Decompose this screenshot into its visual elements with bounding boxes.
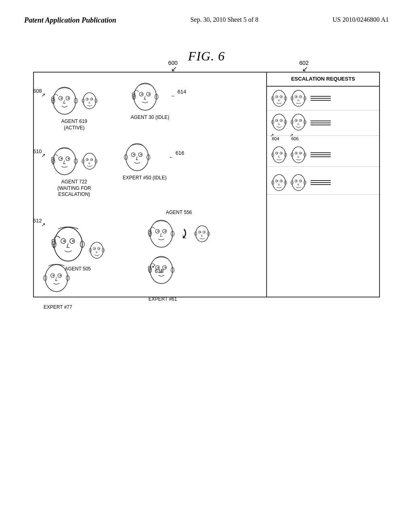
svg-point-29: [92, 159, 92, 160]
agent505-group: 612 ↗: [38, 218, 106, 272]
svg-point-50: [52, 275, 54, 276]
svg-point-17: [59, 157, 63, 161]
svg-point-82: [200, 232, 200, 233]
page-header: Patent Application Publication Sep. 30, …: [0, 0, 413, 33]
svg-point-107: [300, 96, 301, 97]
agent556-face-large: [147, 218, 176, 250]
ref-label-spacer: [267, 136, 379, 143]
svg-point-103: [292, 90, 305, 106]
ref-614-arrow: ←: [171, 93, 176, 99]
esc-row3-lines: [311, 152, 331, 157]
svg-point-34: [63, 240, 65, 242]
agent30-group: 614 ← AGENT 30 (IDLE): [131, 81, 169, 121]
svg-point-110: [273, 114, 286, 130]
expert50-faces: [123, 141, 167, 173]
svg-point-66: [133, 154, 134, 155]
expert50-label: EXPERT #50 (IDLE): [123, 175, 167, 181]
svg-point-140: [277, 181, 277, 181]
patent-number-label: US 2010/0246800 A1: [332, 16, 389, 23]
svg-point-57: [141, 94, 142, 95]
agent619-face-large: [50, 85, 79, 117]
svg-point-100: [281, 96, 282, 97]
svg-point-80: [196, 226, 209, 242]
agent30-label: AGENT 30 (IDLE): [131, 114, 169, 121]
escalation-row-2: 604 ↗ 606: [267, 110, 379, 136]
svg-point-36: [72, 240, 74, 242]
svg-point-135: [300, 153, 301, 154]
svg-point-1: [59, 96, 63, 100]
agent30-face-large: [131, 81, 160, 113]
ref-612-arrow: ↗: [41, 222, 46, 228]
expert77-label: EXPERT #77: [44, 304, 72, 311]
diagram-wrapper: 600 ↙ 602 ↙ 608 ↗: [33, 72, 380, 297]
ref-610-arrow: ↗: [41, 152, 46, 158]
right-panel: ESCALATION REQUESTS: [267, 72, 380, 297]
svg-point-9: [83, 93, 96, 109]
esc-row3-face1: [270, 145, 288, 165]
ref-612-label: 612: [33, 218, 42, 224]
svg-point-68: [140, 154, 142, 155]
esc-row2-lines: [311, 121, 331, 125]
svg-point-133: [296, 153, 297, 154]
escalation-row-3: [267, 143, 379, 167]
diagram-outer: 600 ↙ 602 ↙ 608 ↗: [33, 72, 380, 297]
svg-point-126: [277, 153, 277, 154]
svg-point-91: [165, 267, 166, 268]
agent556-customer-face: [193, 224, 211, 244]
esc-row4-face2: [290, 172, 307, 193]
agent556-faces: ⤸: [147, 218, 211, 250]
ref-614-label: 614: [177, 89, 186, 95]
esc-row4-face1: [270, 172, 288, 193]
expert61-label: EXPERT #61: [148, 296, 177, 303]
svg-point-4: [68, 98, 69, 99]
svg-point-89: [157, 267, 159, 268]
svg-point-49: [51, 274, 55, 278]
agent722-face-large: [50, 145, 79, 177]
svg-point-112: [277, 120, 277, 121]
svg-point-41: [90, 242, 103, 258]
ref-616-label: 616: [175, 150, 184, 156]
ref-604-arrow: ↗: [270, 133, 274, 138]
expert77-face: [42, 262, 71, 294]
esc-row1-face1: [270, 88, 288, 108]
svg-point-124: [273, 147, 286, 163]
transfer-icon: ⤸: [179, 226, 190, 241]
svg-point-20: [68, 158, 69, 159]
svg-point-2: [60, 98, 62, 99]
agent619-group: 608 ↗: [38, 81, 98, 131]
esc-row1-lines: [311, 96, 331, 101]
agent619-faces: [50, 85, 98, 117]
svg-point-59: [148, 94, 150, 95]
agent30-faces: [131, 81, 169, 113]
svg-point-114: [281, 120, 282, 121]
svg-point-27: [87, 159, 88, 160]
agent722-group: 610 ↗: [38, 141, 98, 198]
esc-row3-face2: [290, 145, 307, 165]
ref-608-arrow: ↗: [41, 92, 46, 98]
svg-point-128: [281, 153, 282, 154]
expert61-face: [147, 254, 176, 286]
svg-point-149: [300, 181, 301, 181]
svg-point-75: [165, 231, 166, 232]
svg-point-105: [296, 96, 297, 97]
svg-point-96: [273, 90, 286, 106]
expert50-face-large: [123, 141, 152, 173]
escalation-row-4: [267, 171, 379, 195]
svg-point-45: [99, 248, 100, 249]
agent619-face-small: [81, 91, 98, 111]
esc-row2-face1: [270, 112, 288, 132]
svg-point-52: [60, 275, 61, 276]
svg-point-117: [292, 114, 305, 130]
agent556-group: AGENT 556: [147, 210, 211, 250]
ref-606-arrow: ↗: [290, 133, 293, 138]
agent505-face-customer: [88, 240, 106, 260]
svg-point-43: [94, 248, 95, 249]
esc-row1-face2: [290, 88, 307, 108]
agent619-label: AGENT 619 (ACTIVE): [50, 118, 98, 131]
svg-point-138: [273, 175, 286, 191]
ref-608-label: 608: [33, 88, 42, 94]
escalation-row-1: [267, 87, 379, 110]
agent556-label: AGENT 556: [147, 210, 211, 216]
left-panel: 608 ↗: [33, 72, 267, 297]
svg-point-145: [292, 175, 305, 191]
